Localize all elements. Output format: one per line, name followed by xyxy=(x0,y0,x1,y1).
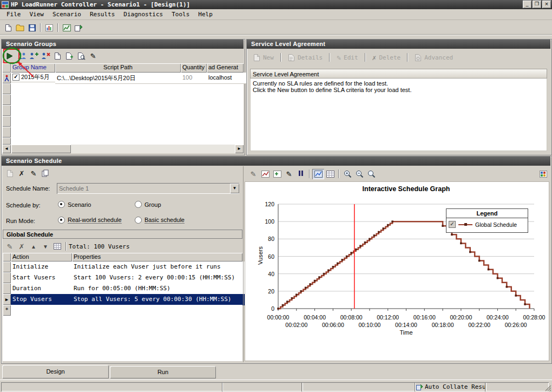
cell-load-generator[interactable]: localhost xyxy=(207,73,247,84)
analysis-icon[interactable] xyxy=(61,23,73,33)
start-scenario-icon[interactable] xyxy=(4,51,16,61)
schedule-chart-svg[interactable]: 02040608010012000:00:0000:02:0000:04:000… xyxy=(245,182,549,344)
radio-scenario[interactable] xyxy=(58,201,65,208)
resize-grip[interactable] xyxy=(544,384,551,391)
sched-action-0[interactable]: Initialize xyxy=(11,262,76,273)
delete-schedule-icon[interactable]: ✗ xyxy=(16,168,28,179)
combo-dropdown-button[interactable]: ▼ xyxy=(230,184,239,193)
run-mode-basic-radio[interactable]: Basic schedule xyxy=(135,217,185,224)
move-down-icon[interactable]: ▼ xyxy=(40,241,51,252)
menu-results[interactable]: Results xyxy=(86,10,119,19)
graph-add-icon[interactable] xyxy=(271,169,283,179)
zoom-out-icon[interactable] xyxy=(353,169,365,179)
remove-group-icon[interactable] xyxy=(40,51,51,61)
sla-new-button[interactable]: New xyxy=(249,54,278,62)
collate-results-icon[interactable] xyxy=(73,23,84,33)
menu-help[interactable]: Help xyxy=(194,10,217,19)
graph-annotate-icon[interactable]: ✎ xyxy=(283,169,295,179)
zoom-reset-icon[interactable] xyxy=(365,169,377,179)
sched-props-3[interactable]: Stop all Vusers: 5 every 00:00:30 (HH:MM… xyxy=(72,294,246,305)
col-header-script-path[interactable]: Script Path xyxy=(55,63,181,73)
schedule-graph: Interactive Schedule Graph Vusers Time 0… xyxy=(245,181,549,361)
sched-action-3[interactable]: Stop Vusers xyxy=(11,294,76,305)
sla-advanced-button[interactable]: Advanced xyxy=(410,54,457,62)
duplicate-schedule-icon[interactable] xyxy=(40,168,51,179)
delete-action-icon[interactable]: ✗ xyxy=(16,241,28,252)
sched-row-gutter xyxy=(3,262,11,272)
close-button[interactable]: × xyxy=(542,1,551,8)
sched-action-2[interactable]: Duration xyxy=(11,283,76,295)
save-scenario-icon[interactable] xyxy=(26,23,38,33)
results-report-icon[interactable] xyxy=(43,23,55,33)
vuser-group-icon[interactable] xyxy=(16,51,28,61)
cell-quantity[interactable]: 100 xyxy=(181,73,211,84)
sched-new-row[interactable] xyxy=(11,305,242,316)
svg-text:80: 80 xyxy=(268,236,274,242)
new-schedule-icon[interactable] xyxy=(4,168,16,179)
sched-props-0[interactable]: Initialize each Vuser just before it run… xyxy=(72,262,246,273)
sched-props-2[interactable]: Run for 00:05:00 (HH:MM:SS) xyxy=(72,283,246,295)
rename-schedule-icon[interactable]: ✎ xyxy=(28,168,40,179)
col-header-load-generators[interactable]: ad Generat xyxy=(207,63,244,73)
col-header-action[interactable]: Action xyxy=(11,253,72,262)
col-header-group-name[interactable]: Group Name xyxy=(11,63,55,73)
sched-row-gutter xyxy=(3,283,11,294)
menu-diagnostics[interactable]: Diagnostics xyxy=(119,10,167,19)
col-header-properties[interactable]: Properties xyxy=(72,253,242,262)
groups-hscrollbar[interactable]: ◄ ► xyxy=(2,145,244,153)
view-script-icon[interactable] xyxy=(75,51,87,61)
run-mode-real-radio[interactable]: Real-world schedule xyxy=(58,217,122,224)
scenario-schedule-panel: Scenario Schedule ✗ ✎ Schedule Name: Sch… xyxy=(1,156,552,364)
show-grid-icon[interactable] xyxy=(51,241,63,252)
menu-scenario[interactable]: Scenario xyxy=(48,10,86,19)
tab-design-label: Design xyxy=(46,368,64,375)
legend-checkbox[interactable]: ✓ xyxy=(449,221,456,228)
sla-edit-button[interactable]: ✎ Edit xyxy=(332,54,362,61)
scroll-right-button[interactable]: ► xyxy=(235,145,244,153)
status-cell-auto-collate[interactable]: Auto Collate Resu xyxy=(415,382,487,391)
move-up-icon[interactable]: ▲ xyxy=(28,241,40,252)
sla-details-button[interactable]: Details xyxy=(284,54,327,62)
sched-action-1[interactable]: Start Vusers xyxy=(11,272,76,284)
tab-design[interactable]: Design xyxy=(2,365,109,378)
new-scenario-icon[interactable] xyxy=(2,23,14,33)
group-enabled-checkbox[interactable]: ✓ xyxy=(12,74,19,81)
svg-text:00:20:00: 00:20:00 xyxy=(450,314,472,321)
schedule-by-group-radio[interactable]: Group xyxy=(135,201,161,208)
svg-text:00:08:00: 00:08:00 xyxy=(340,314,363,321)
schedule-toolbar: ✗ ✎ xyxy=(2,167,245,180)
radio-basic[interactable] xyxy=(135,217,142,224)
schedule-name-combo[interactable]: Schedule 1 ▼ xyxy=(57,183,239,194)
group-details-icon[interactable] xyxy=(51,51,63,61)
menu-view[interactable]: View xyxy=(25,10,49,19)
zoom-in-icon[interactable] xyxy=(341,169,353,179)
chart-legend: Legend ✓ Global Schedule xyxy=(446,208,528,233)
show-graph-view-icon[interactable] xyxy=(312,169,324,179)
graph-edit-icon[interactable]: ✎ xyxy=(247,169,259,179)
open-scenario-icon[interactable] xyxy=(14,23,26,33)
pause-icon[interactable] xyxy=(295,169,307,179)
minimize-button[interactable]: _ xyxy=(523,1,531,8)
menu-file[interactable]: File xyxy=(2,10,25,19)
scroll-thumb[interactable] xyxy=(11,145,71,153)
col-header-quantity[interactable]: Quantity xyxy=(181,63,207,73)
graph-settings-icon[interactable] xyxy=(537,169,549,179)
cell-group-name[interactable]: ✓ 2015年5月 xyxy=(11,73,59,82)
show-grid-view-icon[interactable] xyxy=(324,169,336,179)
row-gutter-runner[interactable] xyxy=(2,73,11,83)
edit-action-icon[interactable]: ✎ xyxy=(4,241,16,252)
sched-props-1[interactable]: Start 100 Vusers: 2 every 00:00:15 (HH:M… xyxy=(72,272,246,284)
edit-group-schedule-icon[interactable]: ✎ xyxy=(87,51,99,61)
schedule-by-scenario-radio[interactable]: Scenario xyxy=(58,201,91,208)
tab-run[interactable]: Run xyxy=(110,366,216,378)
cell-script-path[interactable]: C:\...\Desktop\2015年5月20日 xyxy=(55,73,185,84)
add-script-icon[interactable] xyxy=(63,51,75,61)
maximize-button[interactable]: ❐ xyxy=(533,1,541,8)
add-group-icon[interactable] xyxy=(28,51,40,61)
sla-delete-button[interactable]: ✗ Delete xyxy=(368,54,405,61)
scroll-left-button[interactable]: ◄ xyxy=(2,145,11,153)
radio-real-world[interactable] xyxy=(58,217,65,224)
graph-type-icon[interactable] xyxy=(259,169,271,179)
radio-group[interactable] xyxy=(135,201,142,208)
menu-tools[interactable]: Tools xyxy=(167,10,194,19)
